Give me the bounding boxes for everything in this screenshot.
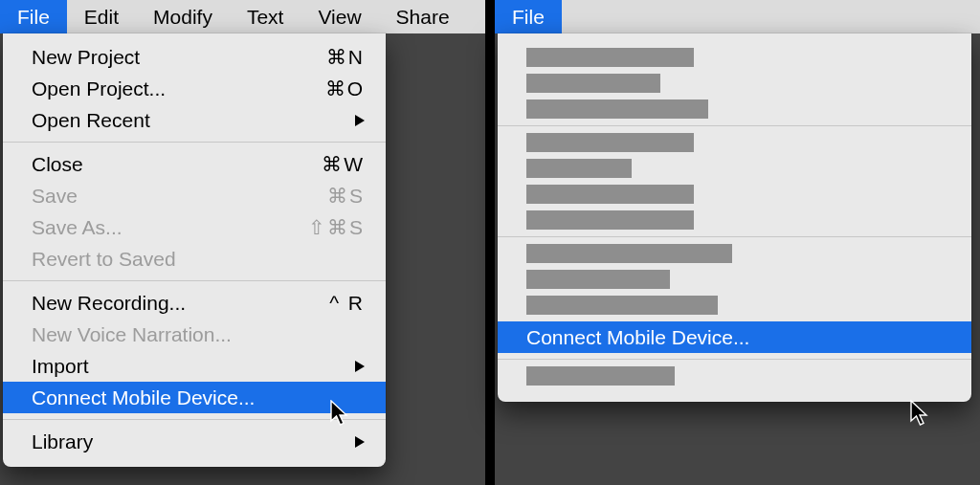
- menu-item-shortcut: ⌘N: [326, 46, 365, 69]
- menu-item-shortcut: ⇧⌘S: [308, 216, 365, 239]
- menu-item-label: Connect Mobile Device...: [526, 326, 749, 349]
- menu-item-placeholder: [526, 270, 670, 289]
- menu-item-save: Save⌘S: [3, 180, 386, 211]
- menu-item-label: Library: [32, 430, 93, 453]
- menu-item-label: Import: [32, 355, 89, 378]
- submenu-arrow-icon: [355, 361, 365, 372]
- menu-item-import[interactable]: Import: [3, 350, 386, 382]
- menu-item-connect-mobile-device[interactable]: Connect Mobile Device...: [3, 382, 386, 413]
- menu-item-label: Open Project...: [32, 77, 166, 100]
- menu-item-open-project[interactable]: Open Project...⌘O: [3, 73, 386, 104]
- cursor-icon: [910, 400, 929, 427]
- menubar-right: File: [495, 0, 980, 33]
- menu-item-label: Connect Mobile Device...: [32, 386, 255, 409]
- menu-item-shortcut: ⌘O: [325, 77, 365, 100]
- menu-item-placeholder: [526, 74, 660, 93]
- menu-item-placeholder: [526, 210, 694, 230]
- menu-item-close[interactable]: Close⌘W: [3, 148, 386, 180]
- menu-item-placeholder: [526, 133, 694, 152]
- menu-item-open-recent[interactable]: Open Recent: [3, 104, 386, 136]
- menubar-left: FileEditModifyTextViewShare: [0, 0, 485, 33]
- menu-item-placeholder: [526, 244, 732, 263]
- menu-item-placeholder: [526, 159, 632, 178]
- left-panel: FileEditModifyTextViewShare New Project⌘…: [0, 0, 485, 485]
- menu-separator: [498, 125, 971, 126]
- menu-item-library[interactable]: Library: [3, 426, 386, 457]
- menu-item-placeholder: [526, 99, 708, 119]
- menu-item-shortcut: ^ R: [329, 292, 365, 315]
- menu-item-placeholder: [526, 48, 694, 67]
- menu-item-placeholder: [526, 296, 718, 315]
- menu-item-label: Open Recent: [32, 109, 150, 132]
- menu-item-shortcut: ⌘S: [327, 185, 365, 208]
- menu-item-new-voice-narration: New Voice Narration...: [3, 319, 386, 350]
- right-panel: File Connect Mobile Device...: [495, 0, 980, 485]
- menubar-item-share[interactable]: Share: [379, 0, 467, 33]
- menu-item-revert-to-saved: Revert to Saved: [3, 243, 386, 275]
- menu-item-label: New Voice Narration...: [32, 323, 232, 346]
- menu-separator: [3, 142, 386, 143]
- menubar-item-edit[interactable]: Edit: [67, 0, 136, 33]
- submenu-arrow-icon: [355, 115, 365, 126]
- menu-item-save-as: Save As...⇧⌘S: [3, 211, 386, 243]
- menu-item-label: Close: [32, 153, 83, 176]
- menu-separator: [498, 236, 971, 237]
- menu-item-label: New Recording...: [32, 292, 186, 315]
- menubar-item-text[interactable]: Text: [230, 0, 301, 33]
- menu-item-placeholder: [526, 366, 675, 386]
- submenu-arrow-icon: [355, 436, 365, 448]
- menubar-item-file[interactable]: File: [495, 0, 562, 33]
- menu-item-shortcut: ⌘W: [322, 153, 365, 176]
- menu-separator: [3, 419, 386, 420]
- file-menu-dropdown-right: Connect Mobile Device...: [498, 33, 971, 402]
- menu-item-placeholder: [526, 185, 694, 204]
- menu-separator: [3, 280, 386, 281]
- menu-item-label: Revert to Saved: [32, 248, 176, 271]
- menu-item-new-recording[interactable]: New Recording...^ R: [3, 287, 386, 319]
- menu-item-label: Save As...: [32, 216, 122, 239]
- menubar-item-file[interactable]: File: [0, 0, 67, 33]
- menu-separator: [498, 359, 971, 360]
- menu-item-connect-mobile-device[interactable]: Connect Mobile Device...: [498, 321, 971, 353]
- file-menu-dropdown-left: New Project⌘NOpen Project...⌘OOpen Recen…: [3, 33, 386, 467]
- menu-item-label: New Project: [32, 46, 140, 69]
- menubar-item-view[interactable]: View: [301, 0, 378, 33]
- menubar-item-modify[interactable]: Modify: [136, 0, 230, 33]
- menu-item-label: Save: [32, 185, 78, 208]
- menu-item-new-project[interactable]: New Project⌘N: [3, 41, 386, 73]
